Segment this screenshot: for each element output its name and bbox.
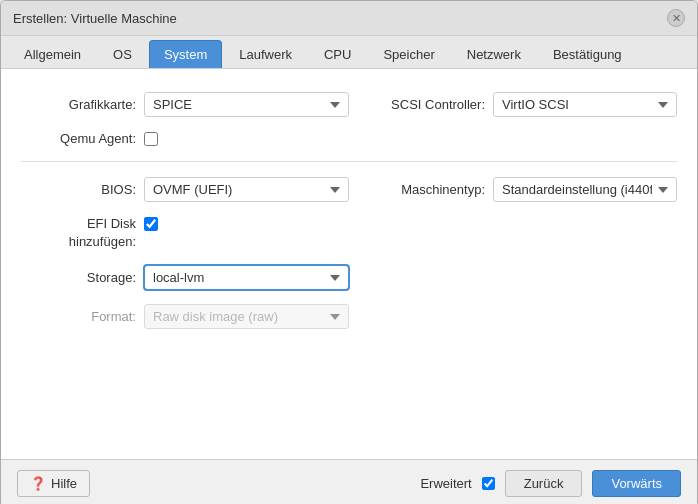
- erweitert-checkbox[interactable]: [482, 477, 495, 490]
- tab-os[interactable]: OS: [98, 40, 147, 68]
- row-format: Format: Raw disk image (raw): [21, 297, 677, 336]
- format-spacer: [349, 297, 677, 336]
- dialog-title: Erstellen: Virtuelle Maschine: [13, 11, 177, 26]
- format-item: Format: Raw disk image (raw): [21, 297, 349, 336]
- scsi-item: SCSI Controller: VirtIO SCSI: [349, 85, 677, 124]
- tab-netzwerk[interactable]: Netzwerk: [452, 40, 536, 68]
- tab-system[interactable]: System: [149, 40, 222, 68]
- footer: ❓ Hilfe Erweitert Zurück Vorwärts: [1, 459, 697, 504]
- tab-bestatigung[interactable]: Bestätigung: [538, 40, 637, 68]
- efi-checkbox-wrapper: [144, 215, 158, 231]
- content-area: Grafikkarte: SPICE SCSI Controller: Virt…: [1, 69, 697, 459]
- row-bios-maschinentyp: BIOS: OVMF (UEFI) Maschinentyp: Standard…: [21, 170, 677, 209]
- grafikkarte-item: Grafikkarte: SPICE: [21, 85, 349, 124]
- row-qemu: Qemu Agent:: [21, 124, 677, 153]
- qemu-checkbox-wrapper: [144, 132, 158, 146]
- section-divider-1: [21, 161, 677, 162]
- bios-select[interactable]: OVMF (UEFI): [144, 177, 349, 202]
- efi-checkbox[interactable]: [144, 217, 158, 231]
- scsi-select[interactable]: VirtIO SCSI: [493, 92, 677, 117]
- qemu-item: Qemu Agent:: [21, 124, 349, 153]
- zuruck-button[interactable]: Zurück: [505, 470, 583, 497]
- maschinentyp-label: Maschinentyp:: [365, 182, 485, 197]
- footer-right: Erweitert Zurück Vorwärts: [420, 470, 681, 497]
- format-label: Format:: [21, 309, 136, 324]
- grafikkarte-label: Grafikkarte:: [21, 97, 136, 112]
- storage-spacer: [349, 258, 677, 297]
- maschinentyp-select[interactable]: Standardeinstellung (i440fx): [493, 177, 677, 202]
- titlebar: Erstellen: Virtuelle Maschine ✕: [1, 1, 697, 36]
- bios-item: BIOS: OVMF (UEFI): [21, 170, 349, 209]
- storage-item: Storage: local-lvm: [21, 258, 349, 297]
- format-select[interactable]: Raw disk image (raw): [144, 304, 349, 329]
- erweitert-label: Erweitert: [420, 476, 471, 491]
- vorwarts-button[interactable]: Vorwärts: [592, 470, 681, 497]
- tab-allgemein[interactable]: Allgemein: [9, 40, 96, 68]
- qemu-label: Qemu Agent:: [21, 131, 136, 146]
- help-label: Hilfe: [51, 476, 77, 491]
- grafikkarte-select[interactable]: SPICE: [144, 92, 349, 117]
- storage-label: Storage:: [21, 270, 136, 285]
- dialog: Erstellen: Virtuelle Maschine ✕ Allgemei…: [0, 0, 698, 504]
- help-button[interactable]: ❓ Hilfe: [17, 470, 90, 497]
- efi-item: EFI Diskhinzufügen:: [21, 209, 349, 258]
- qemu-checkbox[interactable]: [144, 132, 158, 146]
- bios-label: BIOS:: [21, 182, 136, 197]
- efi-spacer: [349, 209, 677, 258]
- close-button[interactable]: ✕: [667, 9, 685, 27]
- tab-speicher[interactable]: Speicher: [368, 40, 449, 68]
- question-icon: ❓: [30, 476, 46, 491]
- scsi-spacer: [349, 124, 677, 153]
- scsi-label: SCSI Controller:: [365, 97, 485, 112]
- tab-cpu[interactable]: CPU: [309, 40, 366, 68]
- efi-label: EFI Diskhinzufügen:: [21, 215, 136, 251]
- maschinentyp-item: Maschinentyp: Standardeinstellung (i440f…: [349, 170, 677, 209]
- footer-left: ❓ Hilfe: [17, 470, 90, 497]
- tab-laufwerk[interactable]: Laufwerk: [224, 40, 307, 68]
- row-grafikkarte-scsi: Grafikkarte: SPICE SCSI Controller: Virt…: [21, 85, 677, 124]
- tab-bar: Allgemein OS System Laufwerk CPU Speiche…: [1, 36, 697, 69]
- row-storage: Storage: local-lvm: [21, 258, 677, 297]
- row-efi: EFI Diskhinzufügen:: [21, 209, 677, 258]
- storage-select[interactable]: local-lvm: [144, 265, 349, 290]
